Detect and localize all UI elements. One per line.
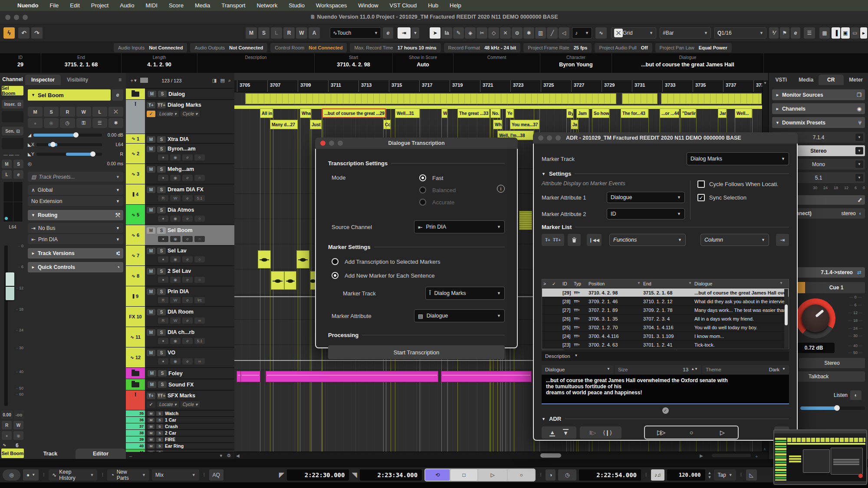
select-tool-icon[interactable]: ➤ [430,27,441,39]
audio-clip[interactable] [296,250,309,269]
marker-table-row[interactable]: [24]ŦŦ+3700. 4. 4.1163701. 3. 1.109I kno… [542,331,789,340]
track-mute-button[interactable]: M [147,207,155,213]
track-mute-button[interactable]: M [147,350,155,356]
adr-rehearse-button[interactable]: ▷▷ [645,429,676,436]
right-zone-toggle[interactable]: ▭ [851,27,859,39]
read-button[interactable]: R [158,318,168,324]
write-button[interactable]: W [170,318,181,324]
info-dialogue[interactable]: Dialogue...but of course the great James… [612,53,764,73]
tab-visibility[interactable]: Visibility [61,75,94,85]
track-row-watch[interactable]: 35MSWatch [126,410,234,417]
timeline-marker[interactable]: Jam [576,108,589,118]
adr-titlebar[interactable]: ADR - 201029_TM Fractured REEDIT 2020 N1… [533,132,798,144]
autoscroll-button[interactable]: ⇥ [398,27,411,39]
right-locator-time[interactable]: 2:23:34.000 [360,469,422,481]
inspector-edit-button[interactable]: e [112,89,123,101]
track-mute-button[interactable]: M [148,91,156,97]
zoom-tool-icon[interactable]: ⊙ [512,27,523,39]
cycle-button[interactable]: ⟲ [425,469,450,481]
marker-table-row[interactable]: [29]ŦŦ+3710. 4. 2. 983715. 2. 1. 68...bu… [542,288,789,297]
line-tool-icon[interactable]: ╱ [547,27,558,39]
timeline-marker[interactable]: ...but of course the great ...29 [322,108,386,118]
timeline-marker[interactable]: Just r [310,120,322,129]
add-cycle-marker-icon[interactable]: ŦŦ+ [157,393,166,399]
track-mute-button[interactable]: M [147,187,155,193]
inserts-button[interactable]: Inser.⊡ [2,100,23,108]
inspector-btn-11[interactable]: ✱ [108,118,123,128]
monitor-icon[interactable]: ◉ [170,277,181,283]
lower-zone-toggle[interactable]: ▣ [841,27,850,39]
output-routing-dropdown[interactable]: ⇤Prin DIA▼ [28,234,123,244]
record-enable-icon[interactable]: ● [158,277,168,283]
record-enable-icon[interactable]: ● [158,358,168,364]
expand-icon[interactable]: ▾ [220,453,223,459]
record-enable-icon[interactable]: ● [158,338,168,344]
adr-record-button[interactable]: ○ [676,429,707,436]
menu-item-file[interactable]: File [49,2,59,9]
range-tool-icon[interactable]: Ia [441,27,452,39]
track-mute-button[interactable]: M [147,329,155,336]
format-label[interactable]: Stereo [799,358,865,368]
status-project-frame-rate[interactable]: Project Frame Rate25 fps [523,43,592,52]
track-row-ear-ring[interactable]: 40MSEar Ring [126,443,234,449]
track-row-crash[interactable]: 37MSCrash [126,423,234,430]
add-cycle-marker-icon[interactable]: ŦŦ+ [157,102,166,108]
object-tool-icon[interactable]: ▥ [535,27,546,39]
track-solo-button[interactable]: S [158,91,167,97]
mute-tool-icon[interactable]: ✕ [500,27,511,39]
add-marker-icon[interactable]: Ŧ+ [147,102,155,108]
quantize-panel-button[interactable]: ⚑ [780,27,789,39]
tempo-stepper[interactable]: ▲▼ [708,471,712,479]
inspector-btn-7[interactable]: ◉ [44,118,59,128]
menu-item-hub[interactable]: Hub [428,2,438,9]
track-solo-button[interactable]: S [157,166,166,173]
track-mute-button[interactable]: M [147,227,155,234]
dialogue-text-area[interactable]: ...but of course the great James Hall ov… [542,375,789,404]
status-control-room[interactable]: Control RoomNot Connected [270,43,347,52]
snap-type-dropdown[interactable]: ⤫Grid▼ [611,27,656,39]
track-presets-dropdown[interactable]: ▤Track Presets...▼ [28,172,123,182]
sync-selection-checkbox[interactable]: ✓Sync Selection [697,194,789,201]
track-row-2-car[interactable]: 38MS2 Car [126,430,234,436]
info-comment[interactable]: Comment [454,53,540,73]
volume-slider[interactable] [33,134,102,137]
mode-radio-balanced[interactable]: Balanced [419,187,456,193]
draw-tool-icon[interactable]: ✎ [453,27,464,39]
track-solo-button[interactable]: S [157,309,166,315]
mix-dropdown[interactable]: Mix▼ [152,469,199,481]
tab-editor[interactable]: Editor [76,449,126,459]
functions-dropdown[interactable]: Functions▼ [609,234,686,246]
right-zone-tab-media[interactable]: Media [794,75,819,85]
downmix-presets-section[interactable]: ▼Downmix Presets⑂ [772,117,865,128]
track-solo-button[interactable]: S [157,136,166,143]
track-mute-button[interactable]: M [148,424,155,429]
right-zone-tab-meter[interactable]: Meter [844,75,868,85]
track-solo-button[interactable]: S [157,146,166,152]
listen-icon[interactable]: ◐ [850,390,861,400]
punch-button[interactable]: ◑ [546,469,556,481]
right-zone-tab-cr[interactable]: CR [819,75,844,85]
channels-section[interactable]: ►Channels◉ [772,103,865,114]
routing-section[interactable]: ▼Routing⤲ [28,210,123,220]
timeline-marker[interactable]: By [566,108,573,118]
record-enable-button[interactable]: ● [2,431,12,440]
monitor-icon[interactable]: ◉ [170,256,181,262]
primary-time-display[interactable]: 2:22:54.000 [579,469,641,481]
extension-dropdown[interactable]: No Extension▼ [28,196,123,206]
edit-channel-button[interactable]: e [182,318,193,324]
marker-nudge-icon[interactable]: ⇥ [776,234,789,246]
track-row-mehg-am[interactable]: ∿3MSMehg...am●◉e○ [126,164,234,184]
me-size[interactable]: Size13▲▼ [615,365,701,374]
timeline-marker[interactable]: Jam [718,108,727,118]
add-marker-icon[interactable]: Ŧ+ [147,393,155,399]
inspector-btn-1[interactable]: S [44,107,59,117]
hscroll-thumb[interactable] [540,453,561,458]
inspector-btn-10[interactable]: ☰ [92,118,107,128]
lane-display-button[interactable]: ☰ [804,27,815,39]
cycle-dropdown[interactable]: Cycle ▾ [181,401,200,407]
collapse-button[interactable]: – [129,453,132,459]
status-audio-outputs[interactable]: Audio OutputsNot Connected [190,43,267,52]
quantize-dropdown[interactable]: Q1/16▼ [714,27,766,39]
cycle-dropdown[interactable]: Cycle ▾ [181,111,200,117]
edit-channel-button[interactable]: e [182,216,193,222]
